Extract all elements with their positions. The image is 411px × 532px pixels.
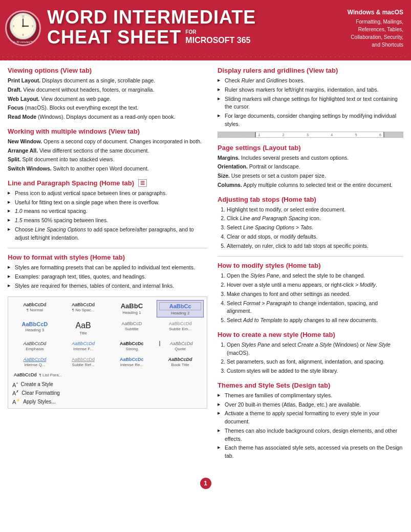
style-subtitle[interactable]: AaBbCcD Subtitle bbox=[109, 319, 156, 337]
style-intense-f[interactable]: AaBbCcDd Intense F... bbox=[60, 339, 107, 353]
section-create-style: How to create a new style (Home tab) Ope… bbox=[218, 331, 403, 375]
header-right: Windows & macOS Formatting, Mailings,Ref… bbox=[348, 8, 403, 48]
style-name-intense-f: AaBbCcDd bbox=[62, 341, 104, 346]
style-name-subtle: AaBbCcDd bbox=[159, 321, 201, 326]
svg-text:9: 9 bbox=[13, 25, 14, 28]
themes-item-3: Activate a theme to apply special format… bbox=[218, 410, 403, 426]
section-tab-stops: Adjusting tab stops (Home tab) Highlight… bbox=[218, 196, 403, 250]
create-style-action[interactable]: A+ Create a Style bbox=[11, 381, 204, 389]
title-line2: CHEAT SHEET bbox=[47, 27, 181, 48]
section-line-spacing: Line and Paragraph Spacing (Home tab) ☰ … bbox=[8, 179, 207, 242]
style-title[interactable]: AaB Title bbox=[60, 319, 107, 337]
style-emphasis[interactable]: AaBbCcDd Emphasis bbox=[11, 339, 58, 353]
tab-stop-item-5: Alternately, on ruler, click to add tab … bbox=[227, 242, 403, 250]
window-arrange: Arrange All. View different sections of … bbox=[8, 147, 207, 155]
style-heading1[interactable]: AaBbC Heading 1 bbox=[109, 300, 156, 317]
tab-stop-item-1: Highlight text to modify, or select enti… bbox=[227, 206, 403, 214]
style-subtle-em[interactable]: AaBbCcDd Subtle Em... bbox=[157, 319, 204, 337]
for-label: FOR bbox=[185, 29, 250, 35]
viewing-read-mode: Read Mode (Windows). Displays document a… bbox=[8, 113, 207, 121]
themes-item-4: Themes can also include background color… bbox=[218, 427, 403, 443]
page-size: Size. Use presets or set a custom paper … bbox=[218, 172, 403, 180]
format-styles-item-3: Styles are required for themes, tables o… bbox=[8, 282, 207, 290]
styles-grid: AaBbCcDd ¶ Normal AaBbCcDd ¶ No Spac... … bbox=[11, 300, 204, 379]
section-modify-styles: How to modify styles (Home tab) Open the… bbox=[218, 262, 403, 325]
style-name-book-title: AaBbCcDd bbox=[159, 357, 201, 362]
spacing-item-2: Useful for fitting text on a single page… bbox=[8, 199, 207, 207]
clear-formatting-action[interactable]: A✗ Clear Formatting bbox=[11, 389, 204, 397]
create-item-3: Custom styles will be added to the style… bbox=[227, 367, 403, 375]
title-line1: WORD INTERMEDIATE bbox=[47, 8, 256, 27]
style-no-space[interactable]: AaBbCcDd ¶ No Spac... bbox=[60, 300, 107, 317]
style-actions: A+ Create a Style A✗ Clear Formatting A⚡… bbox=[11, 381, 204, 406]
style-list-para[interactable]: AaBbCcDd ¶ List Para... bbox=[11, 371, 204, 379]
section-title-spacing: Line and Paragraph Spacing (Home tab) ☰ bbox=[8, 179, 207, 187]
divider-right-1 bbox=[218, 256, 403, 257]
apply-styles-label: Apply Styles... bbox=[23, 399, 55, 405]
style-name-h2: AaBbCc bbox=[159, 302, 201, 310]
svg-text:6: 6 bbox=[23, 34, 24, 36]
header-subtitle: Formatting, Mailings,References, Tables,… bbox=[348, 18, 403, 49]
style-intense-re[interactable]: AaBbCcDc Intense Re... bbox=[109, 355, 156, 369]
style-label-book-title: Book Title bbox=[159, 363, 201, 367]
section-title-page-settings: Page settings (Layout tab) bbox=[218, 144, 403, 152]
section-title-viewing: Viewing options (View tab) bbox=[8, 67, 207, 74]
themes-item-2: Over 20 built-in themes (Atlas, Badge, e… bbox=[218, 401, 403, 409]
style-name-subtle-ref: AaBbCcDd bbox=[62, 357, 104, 362]
style-label-h3: Heading 3 bbox=[14, 328, 56, 332]
style-label-intense-re: Intense Re... bbox=[111, 363, 153, 367]
style-label-subtle-ref: Subtle Ref... bbox=[62, 363, 104, 367]
apply-styles-action[interactable]: A⚡ Apply Styles... bbox=[11, 398, 204, 406]
style-normal[interactable]: AaBbCcDd ¶ Normal bbox=[11, 300, 58, 317]
title-subrow: CHEAT SHEET FOR MICROSOFT 365 bbox=[47, 27, 256, 48]
viewing-web-layout: Web Layout. View document as web page. bbox=[8, 95, 207, 103]
style-name-list-para: AaBbCcDd bbox=[14, 372, 37, 377]
format-styles-list: Styles are formatting presets that can b… bbox=[8, 264, 207, 290]
style-label-intense-f: Intense F... bbox=[62, 347, 104, 351]
format-styles-item-1: Styles are formatting presets that can b… bbox=[8, 264, 207, 272]
style-heading3[interactable]: AaBbCcD Heading 3 bbox=[11, 319, 58, 337]
section-title-modify-styles: How to modify styles (Home tab) bbox=[218, 262, 403, 269]
page-columns: Columns. Apply multiple columns to selec… bbox=[218, 181, 403, 189]
style-label-subtle: Subtle Em... bbox=[159, 327, 201, 331]
window-split: Split. Split document into two stacked v… bbox=[8, 156, 207, 164]
header: 12 6 9 3 in 30 minutes™ WORD INTERMEDIAT… bbox=[0, 0, 411, 56]
modify-item-4: Select Format > Paragraph to change inde… bbox=[227, 300, 403, 316]
rulers-list: Check Ruler and Gridlines boxes. Ruler s… bbox=[218, 77, 403, 129]
format-styles-item-2: Examples: paragraph text, titles, quotes… bbox=[8, 273, 207, 281]
create-style-list: Open Styles Pane and select Create a Sty… bbox=[218, 341, 403, 375]
ruler-visual: 123456 bbox=[218, 132, 403, 138]
style-label-h1: Heading 1 bbox=[111, 310, 153, 315]
tab-stop-item-3: Select Line Spacing Options > Tabs. bbox=[227, 224, 403, 232]
section-themes: Themes and Style Sets (Design tab) Theme… bbox=[218, 381, 403, 460]
themes-list: Themes are families of complimentary sty… bbox=[218, 392, 403, 460]
create-style-icon: A+ bbox=[12, 381, 18, 388]
header-title: WORD INTERMEDIATE CHEAT SHEET FOR MICROS… bbox=[47, 8, 256, 48]
spacing-list: Press icon to adjust vertical space betw… bbox=[8, 189, 207, 242]
right-column: Display rulers and gridlines (View tab) … bbox=[218, 67, 403, 466]
section-display-rulers: Display rulers and gridlines (View tab) … bbox=[218, 67, 403, 138]
style-subtle-ref[interactable]: AaBbCcDd Subtle Ref... bbox=[60, 355, 107, 369]
style-label-normal: ¶ Normal bbox=[14, 308, 56, 312]
spacing-item-1: Press icon to adjust vertical space betw… bbox=[8, 189, 207, 198]
style-book-title[interactable]: AaBbCcDd Book Title bbox=[157, 355, 204, 369]
rulers-item-3: Sliding markers will change settings for… bbox=[218, 95, 403, 112]
clear-formatting-label: Clear Formatting bbox=[21, 390, 59, 396]
modify-item-2: Hover over a style until a menu appears,… bbox=[227, 281, 403, 289]
apply-styles-icon: A⚡ bbox=[12, 398, 20, 405]
style-strong[interactable]: AaBbCcDc Strong bbox=[109, 339, 156, 353]
style-quote[interactable]: AaBbCcDd Quote bbox=[157, 339, 204, 353]
style-intense-q[interactable]: AaBbCcDd Intense Q... bbox=[11, 355, 58, 369]
clock-icon: 12 6 9 3 in 30 minutes™ bbox=[5, 10, 41, 46]
style-heading2[interactable]: AaBbCc Heading 2 bbox=[157, 300, 204, 317]
page-margins: Margins. Includes several presets and cu… bbox=[218, 154, 403, 162]
window-switch: Switch Windows. Switch to another open W… bbox=[8, 165, 207, 173]
divider-1 bbox=[8, 248, 207, 248]
modify-styles-list: Open the Styles Pane, and select the sty… bbox=[218, 272, 403, 325]
svg-text:12: 12 bbox=[21, 15, 25, 18]
rulers-item-2: Ruler shows markers for left/right margi… bbox=[218, 86, 403, 94]
tab-stop-item-2: Click Line and Paragraph Spacing icon. bbox=[227, 215, 403, 223]
spacing-item-3: 1.0 means no vertical spacing. bbox=[8, 207, 207, 216]
list-icon: ☰ bbox=[138, 179, 147, 187]
spacing-item-5: Choose Line Spacing Options to add space… bbox=[8, 226, 207, 242]
